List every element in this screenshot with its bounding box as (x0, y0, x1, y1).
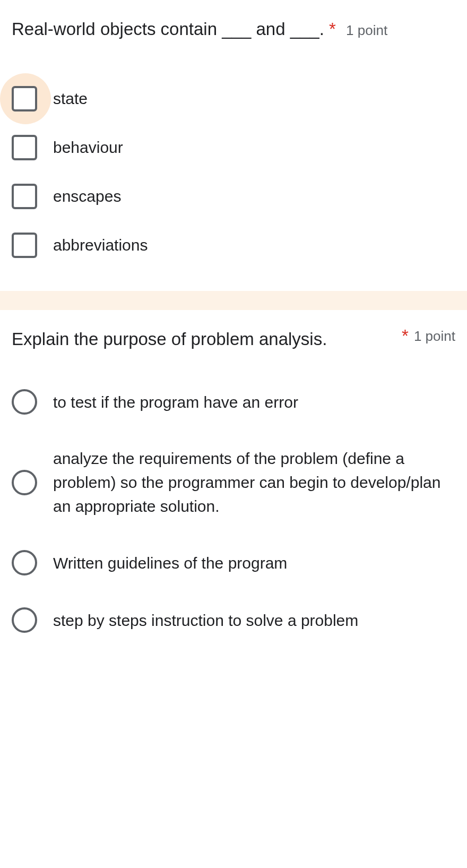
question-card-1: Real-world objects contain ___ and ___. … (0, 0, 467, 291)
checkbox-option-behaviour[interactable]: behaviour (12, 123, 455, 172)
radio-option-0[interactable]: to test if the program have an error (12, 373, 455, 431)
checkbox-option-abbreviations[interactable]: abbreviations (12, 221, 455, 270)
question-text: Explain the purpose of problem analysis. (12, 329, 327, 349)
checkbox-icon (12, 184, 37, 209)
option-label: Written guidelines of the program (53, 551, 287, 575)
checkbox-icon (12, 135, 37, 160)
option-label: state (53, 87, 88, 110)
checkbox-icon (12, 86, 37, 111)
checkbox-option-state[interactable]: state (12, 74, 455, 123)
radio-option-3[interactable]: step by steps instruction to solve a pro… (12, 591, 455, 649)
required-indicator: * (329, 19, 336, 39)
radio-icon (12, 470, 37, 495)
question-title: Real-world objects contain ___ and ___. … (12, 16, 455, 42)
question-text: Real-world objects contain ___ and ___. (12, 19, 324, 39)
option-label: analyze the requirements of the problem … (53, 446, 455, 518)
question-title: Explain the purpose of problem analysis. (12, 326, 402, 353)
card-divider (0, 291, 467, 310)
points-label: 1 point (414, 326, 455, 345)
option-label: to test if the program have an error (53, 390, 298, 414)
question-header: Real-world objects contain ___ and ___. … (12, 16, 455, 42)
option-label: enscapes (53, 184, 121, 208)
question-card-2: Explain the purpose of problem analysis.… (0, 310, 467, 671)
option-label: abbreviations (53, 233, 148, 257)
radio-icon (12, 389, 37, 415)
radio-icon (12, 550, 37, 575)
points-label: 1 point (346, 20, 387, 38)
option-label: step by steps instruction to solve a pro… (53, 608, 358, 632)
radio-option-2[interactable]: Written guidelines of the program (12, 534, 455, 591)
option-label: behaviour (53, 135, 123, 159)
checkbox-icon (12, 233, 37, 258)
radio-option-1[interactable]: analyze the requirements of the problem … (12, 431, 455, 534)
radio-icon (12, 607, 37, 633)
checkbox-option-enscapes[interactable]: enscapes (12, 172, 455, 221)
required-indicator: * (402, 326, 409, 346)
question-header: Explain the purpose of problem analysis.… (12, 326, 455, 353)
